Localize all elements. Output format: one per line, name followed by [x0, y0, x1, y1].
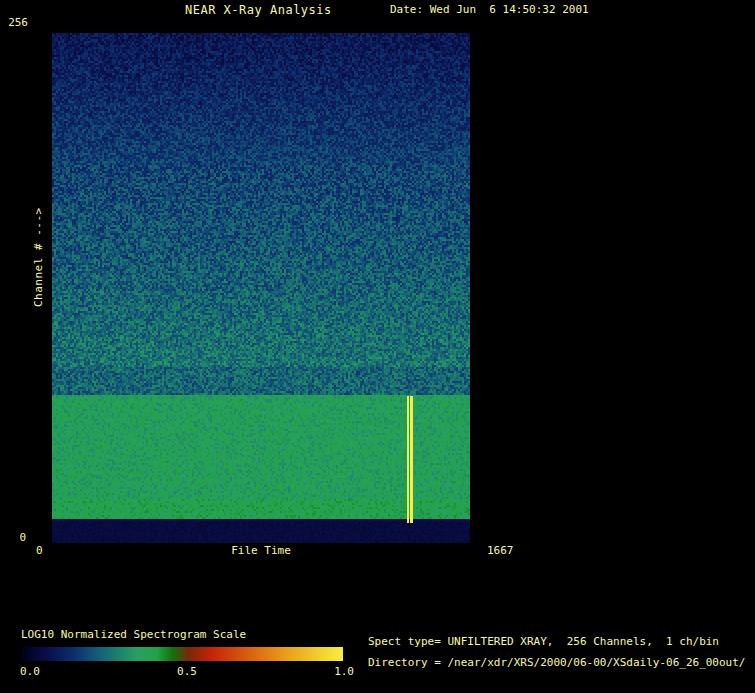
date-label: Date: Wed Jun 6 14:50:32 2001	[390, 4, 589, 16]
page-title: NEAR X-Ray Analysis	[185, 4, 332, 16]
spect-type-label: Spect type= UNFILTERED XRAY, 256 Channel…	[368, 636, 719, 648]
colorbar-title: LOG10 Normalized Spectrogram Scale	[21, 629, 246, 641]
colorbar-tick-mid: 0.5	[177, 665, 197, 678]
y-axis-tick-top: 256	[0, 17, 28, 29]
x-axis-tick-left: 0	[36, 545, 43, 557]
colorbar-tick-max: 1.0	[334, 665, 354, 678]
colorbar-ticks: 0.0 0.5 1.0	[20, 665, 354, 678]
x-axis-tick-right: 1667	[487, 545, 514, 557]
directory-label: Directory = /near/xdr/XRS/2000/06-00/XSd…	[368, 657, 746, 669]
colorbar-tick-min: 0.0	[20, 665, 40, 678]
app-window: NEAR X-Ray Analysis Date: Wed Jun 6 14:5…	[0, 0, 755, 693]
y-axis-tick-bottom: 0	[0, 532, 26, 544]
colorbar-gradient	[22, 647, 343, 661]
x-axis-label: File Time	[52, 545, 470, 557]
y-axis-label: Channel # --->	[33, 200, 47, 314]
spectrogram-image	[52, 33, 470, 543]
